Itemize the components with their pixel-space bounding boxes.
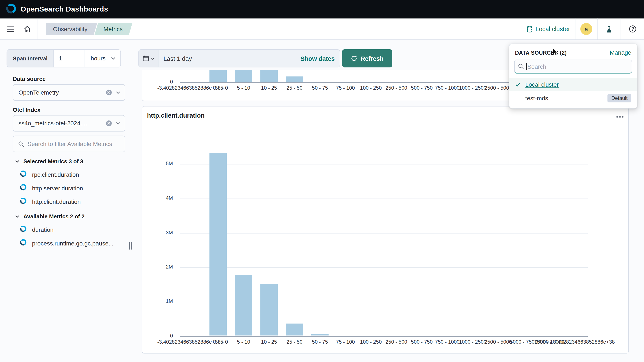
gridline — [180, 233, 588, 233]
datasource-option-label: Local cluster — [525, 81, 559, 88]
datasource-search-input[interactable] — [514, 60, 632, 73]
y-axis-tick-label: 0 — [154, 333, 173, 339]
clear-icon[interactable] — [106, 89, 112, 96]
metric-label: duration — [32, 226, 54, 233]
otel-index-value: ss4o_metrics-otel-2024.... — [18, 120, 106, 127]
chart-bar — [260, 284, 278, 335]
datasource-popover: DATA SOURCES (2) Manage Local clustertes… — [509, 44, 638, 108]
check-icon — [515, 81, 522, 88]
datasource-option-label: test-mds — [525, 95, 548, 101]
gridline — [180, 267, 588, 268]
opensearch-metric-icon — [20, 184, 27, 192]
chart-bar — [286, 76, 303, 82]
data-source-label: Data source — [13, 76, 46, 82]
date-picker-group: Last 1 day Show dates — [138, 49, 340, 68]
header-right-section: Local cluster a — [522, 19, 644, 40]
brand-title: OpenSearch Dashboards — [20, 5, 108, 14]
date-quick-select-button[interactable] — [139, 50, 158, 67]
span-unit-select[interactable]: hours — [84, 50, 120, 67]
otel-index-label: Otel Index — [13, 107, 40, 113]
chevron-down-icon — [15, 159, 20, 164]
selected-metrics-header: Selected Metrics 3 of 3 — [24, 158, 83, 165]
datasource-selector-label: Local cluster — [536, 26, 570, 33]
metric-label: rpc.client.duration — [32, 171, 79, 178]
opensearch-metric-icon — [20, 197, 27, 206]
span-interval-input[interactable] — [53, 50, 84, 67]
date-range-display[interactable]: Last 1 day Show dates — [158, 50, 340, 67]
breadcrumb: Observability Metrics — [46, 23, 132, 35]
clear-icon[interactable] — [106, 120, 112, 127]
metric-item[interactable]: rpc.client.duration — [13, 168, 130, 181]
metric-label: process.runtime.go.gc.pause... — [32, 240, 114, 246]
date-range-value: Last 1 day — [164, 55, 192, 62]
flask-icon — [606, 25, 613, 33]
header-navbar: Observability Metrics Local cluster a — [0, 19, 644, 40]
gridline — [180, 164, 588, 164]
menu-button[interactable] — [2, 21, 19, 37]
panel-actions-icon — [616, 116, 624, 118]
panel-actions-button[interactable] — [616, 113, 624, 119]
refresh-label: Refresh — [360, 55, 384, 62]
popover-header: DATA SOURCES (2) Manage — [509, 44, 637, 60]
chart-bar — [235, 70, 252, 82]
metrics-search-input[interactable] — [28, 141, 121, 147]
datasource-option[interactable]: Local cluster — [509, 78, 637, 91]
metric-item[interactable]: http.client.duration — [13, 195, 130, 209]
search-icon — [18, 141, 24, 147]
datasource-search-box — [514, 60, 632, 73]
y-axis-tick-label: 3M — [154, 230, 173, 236]
help-icon — [629, 25, 636, 33]
x-axis-line — [180, 336, 588, 336]
metric-item[interactable]: duration — [13, 223, 130, 236]
chart-bar — [210, 153, 227, 335]
chevron-down-icon — [15, 214, 20, 219]
chart-panel-http-client-duration: http.client.duration 01M2M3M4M5M-3.40282… — [142, 106, 629, 353]
span-unit-value: hours — [91, 55, 106, 62]
data-source-combobox[interactable]: OpenTelemetry — [13, 84, 126, 101]
text-caret — [526, 63, 527, 70]
chart-http-client-duration: 01M2M3M4M5M-3.4028234663852886e+38 - 00 … — [142, 107, 628, 353]
help-button[interactable] — [626, 21, 639, 37]
available-metrics-header: Available Metrics 2 of 2 — [24, 213, 85, 220]
chart-bar — [286, 323, 303, 335]
search-icon — [518, 63, 524, 70]
refresh-button[interactable]: Refresh — [342, 49, 392, 68]
gridline — [180, 198, 588, 199]
metric-item[interactable]: process.runtime.go.gc.pause... — [13, 236, 130, 250]
selected-metrics-accordion[interactable]: Selected Metrics 3 of 3 — [15, 158, 83, 165]
breadcrumb-metrics[interactable]: Metrics — [94, 23, 133, 35]
span-interval-label: Span Interval — [7, 50, 53, 67]
x-axis-tick-label: 10000 - 3.4028234663852886e+38 — [484, 339, 629, 345]
default-badge: Default — [608, 94, 631, 102]
nav-divider — [37, 19, 37, 40]
datasource-option[interactable]: test-mdsDefault — [509, 91, 637, 105]
manage-datasources-link[interactable]: Manage — [610, 49, 631, 56]
available-metrics-accordion[interactable]: Available Metrics 2 of 2 — [15, 213, 84, 220]
otel-index-combobox[interactable]: ss4o_metrics-otel-2024.... — [13, 115, 126, 132]
metric-label: http.server.duration — [32, 185, 83, 191]
metric-item[interactable]: http.server.duration — [13, 181, 130, 195]
top-banner: OpenSearch Dashboards — [0, 0, 644, 19]
span-interval-group: Span Interval hours — [6, 49, 121, 68]
hamburger-icon — [7, 25, 14, 33]
opensearch-metric-icon — [20, 239, 27, 247]
chevron-down-icon — [115, 90, 121, 95]
y-axis-tick-label: 1M — [154, 298, 173, 304]
chart-bar — [235, 275, 252, 335]
avatar[interactable]: a — [580, 23, 592, 35]
datasource-selector-button[interactable]: Local cluster — [526, 26, 570, 33]
opensearch-metric-icon — [20, 225, 27, 234]
chart-bar — [210, 70, 227, 82]
metrics-search-box — [13, 136, 126, 152]
flask-button[interactable] — [602, 21, 616, 37]
calendar-icon — [142, 55, 149, 62]
show-dates-button[interactable]: Show dates — [300, 55, 335, 62]
home-icon — [23, 25, 31, 33]
data-source-value: OpenTelemetry — [18, 89, 106, 96]
database-icon — [526, 26, 533, 32]
opensearch-metric-icon — [20, 170, 27, 179]
home-button[interactable] — [19, 21, 36, 37]
sidebar-resize-handle[interactable] — [129, 242, 132, 249]
breadcrumb-observability[interactable]: Observability — [46, 23, 97, 35]
chart-title: http.client.duration — [147, 112, 205, 119]
